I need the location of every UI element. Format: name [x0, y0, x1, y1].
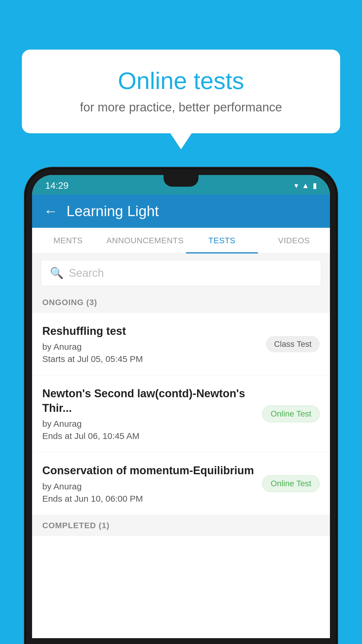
app-bar-title: Learning Light — [66, 203, 159, 220]
completed-section-title: COMPLETED (1) — [42, 521, 110, 530]
test-author: by Anurag — [42, 419, 256, 429]
search-icon: 🔍 — [50, 267, 64, 279]
test-item[interactable]: Newton's Second law(contd)-Newton's Thir… — [32, 375, 330, 452]
back-button[interactable]: ← — [44, 204, 58, 218]
phone-notch — [164, 175, 198, 187]
ongoing-section-title: ONGOING (3) — [42, 298, 97, 307]
battery-icon: ▮ — [313, 181, 317, 190]
speech-bubble: Online tests for more practice, better p… — [22, 50, 340, 133]
tab-ments[interactable]: MENTS — [32, 228, 104, 253]
test-time: Ends at Jul 06, 10:45 AM — [42, 431, 256, 441]
test-author: by Anurag — [42, 342, 260, 352]
test-info: Reshuffling test by Anurag Starts at Jul… — [42, 324, 266, 364]
tab-announcements[interactable]: ANNOUNCEMENTS — [104, 228, 186, 253]
search-input[interactable]: 🔍 Search — [41, 260, 321, 286]
test-info: Newton's Second law(contd)-Newton's Thir… — [42, 386, 262, 441]
search-placeholder: Search — [69, 267, 104, 279]
test-name: Reshuffling test — [42, 324, 260, 338]
test-author: by Anurag — [42, 482, 256, 491]
test-badge: Online Test — [262, 475, 320, 492]
phone-screen: 14:29 ▾ ▲ ▮ ← Learning Light MENTS ANNOU… — [32, 175, 330, 638]
ongoing-section-header: ONGOING (3) — [32, 292, 330, 313]
search-container: 🔍 Search — [32, 254, 330, 292]
test-badge: Online Test — [262, 405, 320, 422]
test-name: Newton's Second law(contd)-Newton's Thir… — [42, 386, 256, 415]
tabs-bar: MENTS ANNOUNCEMENTS TESTS VIDEOS — [32, 228, 330, 254]
wifi-icon: ▾ — [294, 181, 298, 190]
test-item[interactable]: Reshuffling test by Anurag Starts at Jul… — [32, 313, 330, 375]
tab-videos[interactable]: VIDEOS — [258, 228, 330, 253]
test-badge: Class Test — [266, 336, 320, 352]
signal-icon: ▲ — [302, 181, 309, 190]
test-time: Starts at Jul 05, 05:45 PM — [42, 354, 260, 364]
completed-section-header: COMPLETED (1) — [32, 515, 330, 536]
tab-tests[interactable]: TESTS — [186, 228, 258, 253]
phone-frame: 14:29 ▾ ▲ ▮ ← Learning Light MENTS ANNOU… — [26, 169, 336, 644]
test-time: Ends at Jun 10, 06:00 PM — [42, 494, 256, 504]
app-bar: ← Learning Light — [32, 195, 330, 228]
speech-bubble-title: Online tests — [36, 67, 326, 94]
speech-bubble-subtitle: for more practice, better performance — [36, 100, 326, 114]
test-name: Conservation of momentum-Equilibrium — [42, 463, 256, 478]
test-list: Reshuffling test by Anurag Starts at Jul… — [32, 313, 330, 638]
test-info: Conservation of momentum-Equilibrium by … — [42, 463, 262, 503]
test-item[interactable]: Conservation of momentum-Equilibrium by … — [32, 452, 330, 515]
status-icons: ▾ ▲ ▮ — [294, 181, 317, 190]
status-time: 14:29 — [45, 180, 68, 191]
